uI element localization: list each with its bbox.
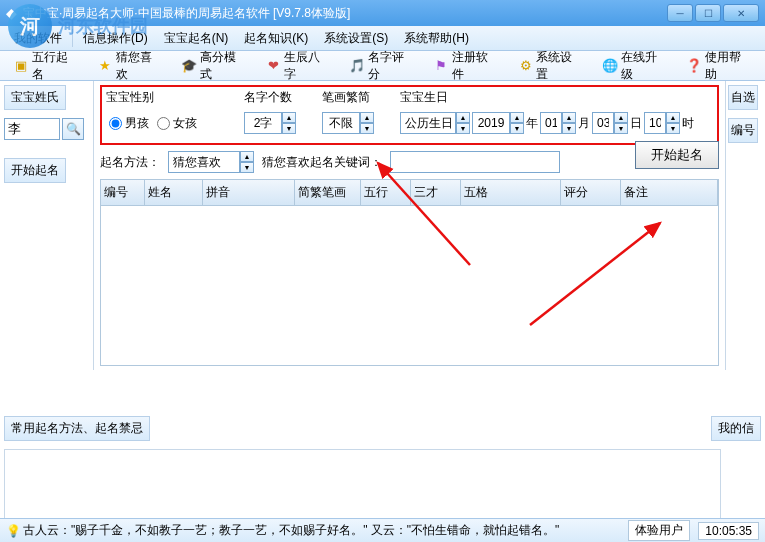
- col-num[interactable]: 编号: [101, 180, 145, 205]
- results-grid-header: 编号 姓名 拼音 简繁笔画 五行 三才 五格 评分 备注: [100, 179, 719, 206]
- bulb-icon: 💡: [6, 524, 21, 538]
- hour-suffix: 时: [682, 115, 694, 132]
- day-input[interactable]: [592, 112, 614, 134]
- bt-down[interactable]: ▼: [456, 123, 470, 134]
- flag-icon: ⚑: [434, 58, 450, 74]
- col-wuxing[interactable]: 五行: [361, 180, 411, 205]
- star-icon: ★: [97, 58, 113, 74]
- col-score[interactable]: 评分: [561, 180, 621, 205]
- note-icon: 🎵: [349, 58, 365, 74]
- m-down[interactable]: ▼: [562, 123, 576, 134]
- birth-label: 宝宝生日: [400, 89, 713, 106]
- y-up[interactable]: ▲: [510, 112, 524, 123]
- surname-input[interactable]: [4, 118, 60, 140]
- window-title: 宝中宝·周易起名大师·中国最棒的周易起名软件 [V9.7.8体验版]: [23, 5, 667, 22]
- graduate-icon: 🎓: [181, 58, 197, 74]
- radio-girl[interactable]: 女孩: [157, 115, 197, 132]
- col-pinyin[interactable]: 拼音: [203, 180, 295, 205]
- col-sancai[interactable]: 三才: [411, 180, 461, 205]
- count-up[interactable]: ▲: [282, 112, 296, 123]
- mc-down[interactable]: ▼: [240, 162, 254, 173]
- month-suffix: 月: [578, 115, 590, 132]
- app-icon: ◆: [6, 5, 17, 21]
- toolbar: ▣五行起名 ★猜您喜欢 🎓高分模式 ❤生辰八字 🎵名字评分 ⚑注册软件 ⚙系统设…: [0, 51, 765, 81]
- h-up[interactable]: ▲: [666, 112, 680, 123]
- status-user: 体验用户: [628, 520, 690, 541]
- year-input[interactable]: [472, 112, 510, 134]
- globe-icon: 🌐: [602, 58, 618, 74]
- month-input[interactable]: [540, 112, 562, 134]
- results-grid-body[interactable]: [100, 206, 719, 366]
- square-icon: ▣: [13, 58, 29, 74]
- gear-icon: ⚙: [518, 58, 534, 74]
- search-icon: 🔍: [66, 122, 81, 136]
- stroke-input[interactable]: [322, 112, 360, 134]
- birth-type[interactable]: [400, 112, 456, 134]
- statusbar: 💡 古人云："赐子千金，不如教子一艺；教子一艺，不如赐子好名。" 又云："不怕生…: [0, 518, 765, 542]
- maximize-button[interactable]: ☐: [695, 4, 721, 22]
- d-down[interactable]: ▼: [614, 123, 628, 134]
- method-label: 起名方法：: [100, 154, 160, 171]
- year-suffix: 年: [526, 115, 538, 132]
- keyword-input[interactable]: [390, 151, 560, 173]
- method-combo[interactable]: [168, 151, 240, 173]
- start-panel-title: 开始起名: [4, 158, 66, 183]
- question-icon: ❓: [686, 58, 702, 74]
- stroke-label: 笔画繁简: [322, 89, 392, 106]
- surname-search-button[interactable]: 🔍: [62, 118, 84, 140]
- stroke-up[interactable]: ▲: [360, 112, 374, 123]
- bottom-content: [4, 449, 721, 519]
- right-num: 编号: [728, 118, 758, 143]
- surname-label: 宝宝姓氏: [4, 85, 66, 110]
- col-name[interactable]: 姓名: [145, 180, 203, 205]
- close-button[interactable]: ✕: [723, 4, 759, 22]
- col-wuge[interactable]: 五格: [461, 180, 561, 205]
- mc-up[interactable]: ▲: [240, 151, 254, 162]
- count-input[interactable]: [244, 112, 282, 134]
- right-auto: 自选: [728, 85, 758, 110]
- count-label: 名字个数: [244, 89, 314, 106]
- bt-up[interactable]: ▲: [456, 112, 470, 123]
- radio-boy[interactable]: 男孩: [109, 115, 149, 132]
- bottom-title: 常用起名方法、起名禁忌: [4, 416, 150, 441]
- status-quote: 古人云："赐子千金，不如教子一艺；教子一艺，不如赐子好名。" 又云："不怕生错命…: [23, 522, 559, 539]
- col-stroke[interactable]: 简繁笔画: [295, 180, 361, 205]
- col-note[interactable]: 备注: [621, 180, 718, 205]
- start-button[interactable]: 开始起名: [635, 141, 719, 169]
- day-suffix: 日: [630, 115, 642, 132]
- d-up[interactable]: ▲: [614, 112, 628, 123]
- heart-icon: ❤: [265, 58, 281, 74]
- m-up[interactable]: ▲: [562, 112, 576, 123]
- stroke-down[interactable]: ▼: [360, 123, 374, 134]
- count-down[interactable]: ▼: [282, 123, 296, 134]
- gender-label: 宝宝性别: [106, 89, 236, 106]
- bottom-my: 我的信: [711, 416, 761, 441]
- keyword-label: 猜您喜欢起名关键词：: [262, 154, 382, 171]
- status-time: 10:05:35: [698, 522, 759, 540]
- hour-input[interactable]: [644, 112, 666, 134]
- options-highlight-box: 宝宝性别 男孩 女孩 名字个数 ▲▼ 笔画繁简 ▲▼ 宝宝生日 ▲▼ ▲▼ 年: [100, 85, 719, 145]
- minimize-button[interactable]: ─: [667, 4, 693, 22]
- h-down[interactable]: ▼: [666, 123, 680, 134]
- y-down[interactable]: ▼: [510, 123, 524, 134]
